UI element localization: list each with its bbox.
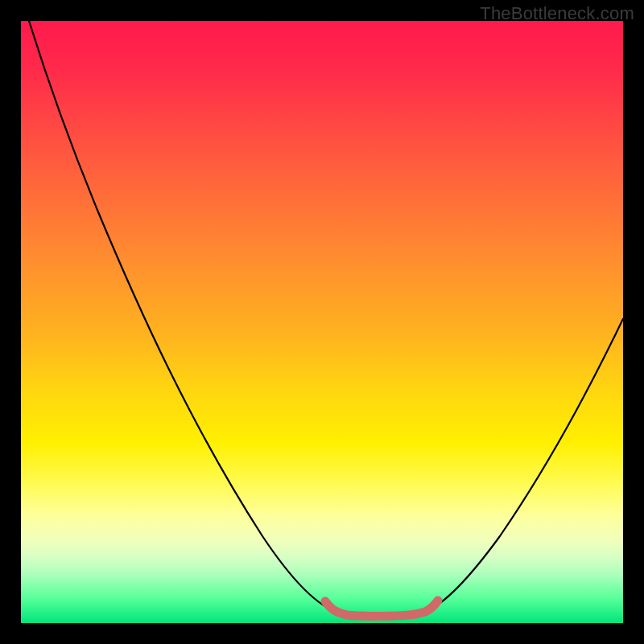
- chart-frame: TheBottleneck.com: [0, 0, 644, 644]
- plot-area: [21, 21, 623, 623]
- watermark-text: TheBottleneck.com: [480, 3, 634, 24]
- optimal-zone-path: [325, 601, 438, 616]
- bottleneck-curve: [21, 21, 623, 623]
- curve-path: [29, 21, 623, 616]
